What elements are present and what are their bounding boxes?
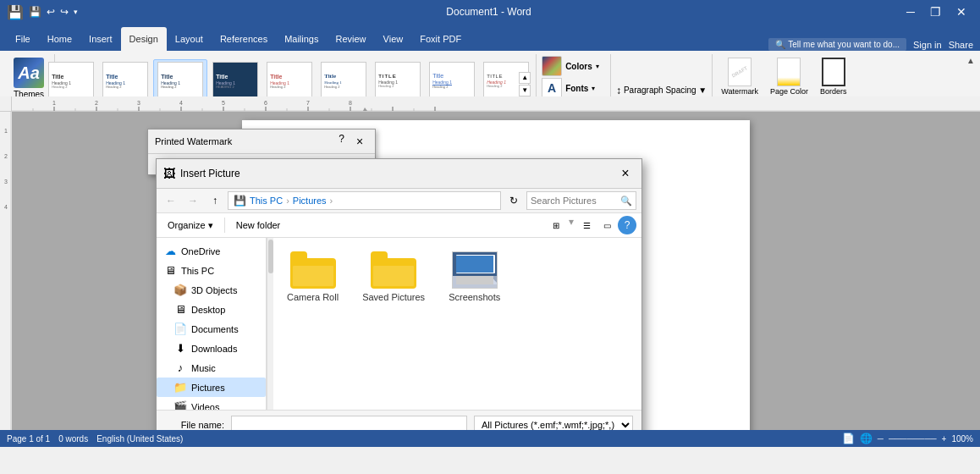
- sidebar-item-music[interactable]: ♪ Music: [157, 358, 266, 378]
- filetype-select[interactable]: All Pictures (*.emf;*.wmf;*.jpg;*,): [474, 416, 633, 430]
- sidebar-scrollbar[interactable]: [267, 238, 273, 410]
- style-thumb-6: Title Heading 1 Heading 2: [321, 62, 366, 101]
- file-content-area: Camera Roll Saved Pictures: [273, 238, 641, 410]
- screenshots-icon: [452, 251, 498, 289]
- sidebar-item-onedrive[interactable]: ☁ OneDrive: [157, 241, 266, 261]
- view-buttons: ⊞ ▾ ☰ ▭ ?: [547, 216, 636, 234]
- tab-references[interactable]: References: [212, 27, 276, 51]
- tab-mailings[interactable]: Mailings: [276, 27, 327, 51]
- page-color-button[interactable]: Page Color: [767, 56, 812, 97]
- horizontal-ruler: 1 2 3 4 5 6 7 8: [12, 96, 980, 112]
- tab-foxit[interactable]: Foxit PDF: [411, 27, 470, 51]
- sidebar-item-this-pc[interactable]: 🖥 This PC: [157, 261, 266, 280]
- tab-file[interactable]: File: [7, 27, 39, 51]
- tab-insert[interactable]: Insert: [80, 27, 121, 51]
- file-item-saved-pictures[interactable]: Saved Pictures: [359, 248, 428, 306]
- minimize-button[interactable]: ─: [900, 3, 922, 20]
- zoom-slider[interactable]: ────────: [889, 434, 937, 444]
- page-borders-label: Borders: [820, 87, 847, 96]
- svg-text:1: 1: [52, 100, 56, 106]
- tab-design[interactable]: Design: [121, 27, 167, 51]
- fonts-label: Fonts: [565, 84, 588, 93]
- insert-dialog-close-button[interactable]: ×: [616, 164, 635, 183]
- breadcrumb-pictures[interactable]: Pictures: [293, 196, 327, 206]
- organize-button[interactable]: Organize ▾: [162, 218, 219, 234]
- quick-access-redo[interactable]: ↪: [60, 6, 69, 18]
- para-spacing-btn[interactable]: ↕ Paragraph Spacing ▼: [616, 85, 707, 96]
- help-button[interactable]: ?: [618, 216, 636, 234]
- view-preview-button[interactable]: ▭: [597, 216, 616, 234]
- breadcrumb-sep-2: ›: [330, 196, 333, 206]
- share-button[interactable]: Share: [949, 40, 973, 50]
- watermark-close-button[interactable]: ×: [351, 133, 368, 150]
- quick-access-save[interactable]: 💾: [29, 6, 41, 18]
- fonts-dropdown-icon[interactable]: ▾: [592, 85, 595, 92]
- vertical-ruler: 1 2 3 4: [0, 112, 12, 430]
- tab-review[interactable]: Review: [328, 27, 375, 51]
- fonts-icon: A: [542, 78, 562, 98]
- watermark-label: Watermark: [721, 87, 758, 96]
- sidebar-item-documents[interactable]: 📄 Documents: [157, 319, 266, 339]
- search-box[interactable]: 🔍 Tell me what you want to do...: [768, 38, 906, 51]
- sign-in-link[interactable]: Sign in: [913, 40, 942, 50]
- insert-dialog-title: Insert Picture: [180, 168, 240, 179]
- doc-container: 1 2 3 4 5 6 7 8: [0, 96, 980, 430]
- search-submit-icon[interactable]: 🔍: [620, 196, 632, 207]
- zoom-out-button[interactable]: ─: [878, 434, 884, 444]
- new-folder-button[interactable]: New folder: [230, 218, 287, 233]
- sidebar-item-label-pictures: Pictures: [191, 383, 225, 393]
- ruler-corner: [0, 96, 12, 112]
- colors-text-area: Colors: [565, 62, 592, 71]
- sidebar-item-desktop[interactable]: 🖥 Desktop: [157, 300, 266, 319]
- sidebar-item-videos[interactable]: 🎬 Videos: [157, 397, 266, 410]
- nav-back-button[interactable]: ←: [162, 191, 180, 210]
- zoom-in-button[interactable]: +: [942, 434, 947, 444]
- search-input[interactable]: [531, 196, 619, 206]
- watermark-help-icon[interactable]: ?: [335, 133, 348, 150]
- page-color-icon: [777, 58, 801, 86]
- sidebar-item-downloads[interactable]: ⬇ Downloads: [157, 339, 266, 358]
- ribbon-right: 🔍 Tell me what you want to do... Sign in…: [768, 38, 980, 51]
- filename-input[interactable]: [231, 416, 467, 430]
- sidebar-item-label-docs: Documents: [191, 324, 239, 334]
- nav-bar: ← → ↑ 💾 This PC › Pictures › ↻: [157, 189, 641, 213]
- close-button[interactable]: ✕: [950, 3, 973, 20]
- svg-text:3: 3: [4, 179, 8, 185]
- svg-rect-39: [453, 252, 498, 276]
- svg-rect-0: [12, 96, 980, 112]
- style-thumb-5: Title Heading 1 Heading 2: [267, 62, 312, 101]
- tab-home[interactable]: Home: [39, 27, 80, 51]
- nav-refresh-button[interactable]: ↻: [504, 191, 523, 210]
- file-item-camera-roll[interactable]: Camera Roll: [284, 248, 342, 306]
- view-large-icons-button[interactable]: ⊞: [547, 216, 565, 234]
- tab-layout[interactable]: Layout: [167, 27, 212, 51]
- svg-text:4: 4: [4, 204, 8, 210]
- tab-view[interactable]: View: [375, 27, 412, 51]
- main-layout: 1 2 3 4 5 6 7 8: [0, 96, 980, 430]
- breadcrumb-this-pc[interactable]: This PC: [250, 196, 283, 206]
- nav-up-button[interactable]: ↑: [206, 191, 224, 210]
- svg-text:4: 4: [179, 100, 183, 106]
- watermark-button[interactable]: DRAFT Watermark: [718, 56, 762, 97]
- gallery-scroll-down[interactable]: ▼: [519, 85, 531, 96]
- watermark-dialog-controls: ? ×: [335, 133, 368, 150]
- nav-forward-button[interactable]: →: [184, 191, 202, 210]
- colors-dropdown-icon[interactable]: ▾: [596, 63, 599, 70]
- quick-access-undo[interactable]: ↩: [47, 6, 55, 18]
- collapse-icon[interactable]: ▲: [966, 56, 975, 65]
- themes-button[interactable]: Aa Themes: [8, 56, 49, 101]
- breadcrumb-sep-1: ›: [286, 196, 289, 206]
- view-details-button[interactable]: ☰: [577, 216, 596, 234]
- file-item-screenshots[interactable]: Screenshots: [445, 248, 504, 306]
- view-mode-web[interactable]: 🌐: [860, 433, 873, 444]
- sidebar-item-3d-objects[interactable]: 📦 3D Objects: [157, 280, 266, 300]
- breadcrumb-bar: 💾 This PC › Pictures ›: [228, 191, 501, 210]
- gallery-scroll-up[interactable]: ▲: [519, 72, 531, 84]
- folder-inner-2: [373, 266, 414, 286]
- view-mode-print[interactable]: 📄: [842, 433, 855, 444]
- colors-label: Colors: [565, 62, 592, 71]
- page-borders-button[interactable]: Borders: [817, 56, 851, 97]
- restore-button[interactable]: ❐: [923, 3, 948, 20]
- search-box[interactable]: 🔍: [526, 191, 636, 210]
- sidebar-item-pictures[interactable]: 📁 Pictures: [157, 378, 266, 397]
